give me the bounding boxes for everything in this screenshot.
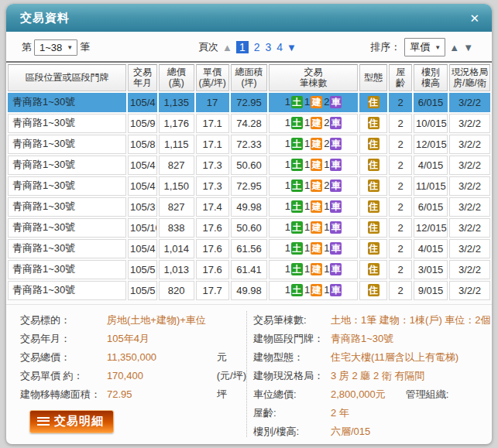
sort-asc-icon[interactable]: ▲ [449,43,459,53]
detail-button-label: 交易明細 [54,414,104,429]
record-suffix-label: 筆 [80,40,90,54]
land-badge: 土 [291,96,303,108]
land-badge: 土 [291,263,303,275]
cell-location: 青商路1~30號 [8,135,126,154]
residence-badge: 住 [368,284,380,296]
detail-unit: 坪 [217,385,227,404]
detail-label: 建物移轉總面積： [20,385,107,404]
cell-unit-price: 17 [196,93,229,112]
land-badge: 土 [291,200,303,213]
count-number: 1 [324,284,329,296]
cell-layout: 3/2/2 [449,176,490,196]
cell-total-price: 1,115 [159,135,194,154]
detail-unit: 元 [217,348,227,367]
cell-floor: 6/015 [414,197,448,217]
table-row[interactable]: 青商路1~30號105/41,1351772.951土1建2車住26/0153/… [8,93,490,112]
table-row[interactable]: 青商路1~30號105/41,01417.661.561土1建1車住24/015… [8,239,490,258]
cell-counts: 1土1建1車 [269,260,357,279]
sort-select[interactable]: 單價 ▼ [404,38,445,56]
detail-row: 樓別/樓高:六層/015 [253,422,498,441]
detail-right-column: 交易筆棟數:土地：1筆 建物：1棟(戶) 車位：2個建物區段門牌：青商路1~30… [246,311,498,437]
car-badge: 車 [330,138,342,150]
building-badge: 建 [311,263,322,275]
transaction-detail-button[interactable]: 交易明細 [29,410,114,433]
sort-desc-icon[interactable]: ▼ [463,43,473,53]
cell-total-price: 1,150 [159,176,194,196]
table-row[interactable]: 青商路1~30號105/41,15017.372.951土1建2車住211/01… [8,176,490,196]
detail-value: 11,350,000 [107,348,217,367]
count-number: 2 [324,96,329,108]
building-badge: 建 [311,180,322,192]
building-badge: 建 [311,159,322,171]
detail-row: 交易年月：105年4月 [20,330,246,348]
detail-value: 105年4月 [107,330,217,348]
cell-total-area: 50.60 [231,218,268,238]
table-row[interactable]: 青商路1~30號105/51,01317.661.411土1建1車住23/015… [8,260,490,279]
detail-row: 建物區段門牌：青商路1~30號 [253,330,498,348]
detail-value: 土地：1筆 建物：1棟(戶) 車位：2個 [331,311,491,330]
cell-total-price: 827 [159,156,194,175]
page-next-icon[interactable]: ▼ [287,43,297,53]
cell-total-area: 61.56 [231,239,268,258]
cell-floor: 6/015 [414,93,448,112]
cell-location: 青商路1~30號 [8,281,126,300]
count-number: 1 [285,200,290,212]
car-badge: 車 [330,180,342,192]
count-number: 1 [304,180,310,191]
table-row[interactable]: 青商路1~30號105/382717.449.981土1建1車住26/0153/… [8,197,490,217]
cell-year-month: 105/4 [128,156,157,175]
page-number-1[interactable]: 1 [236,41,249,53]
detail-value: 住宅大樓(11層含以上有電梯) [331,348,459,367]
page-number-3[interactable]: 3 [266,41,272,53]
detail-left-rows: 交易標的：房地(土地+建物)+車位交易年月：105年4月交易總價：11,350,… [20,311,246,404]
land-badge: 土 [291,117,303,129]
count-number: 1 [304,284,310,296]
cell-total-area: 74.28 [231,114,268,133]
cell-total-price: 1,013 [159,260,194,279]
cell-floor: 4/015 [414,239,448,258]
car-badge: 車 [330,242,342,255]
cell-layout: 3/2/2 [449,197,490,217]
residence-badge: 住 [368,96,380,108]
cell-counts: 1土1建1車 [269,197,357,217]
cell-floor: 11/015 [414,176,448,196]
page-prev-icon[interactable]: ▲ [222,43,232,53]
column-header: 總面積(坪) [231,64,268,91]
residence-badge: 住 [368,180,380,192]
table-row[interactable]: 青商路1~30號105/582017.749.981土1建1車住29/0153/… [8,281,490,300]
cell-total-area: 72.95 [231,93,268,112]
cell-layout: 3/2/2 [449,218,490,238]
table-row[interactable]: 青商路1~30號105/91,17617.174.281土1建2車住210/01… [8,114,490,133]
detail-value: 170,400 [107,367,217,385]
cell-location: 青商路1~30號 [8,156,126,175]
column-header: 樓別樓高 [414,64,448,91]
transaction-data-dialog: 交易資料 ✕ 第 1~38 ▼ 筆 頁次 ▲ 1234 ▼ 排序： 單價 ▼ ▲… [6,4,492,444]
cell-counts: 1土1建2車 [269,114,357,133]
cell-floor: 10/015 [414,114,448,133]
column-header: 交易年月 [128,64,157,91]
column-header: 交易筆棟數 [269,64,357,91]
residence-badge: 住 [368,138,380,150]
count-number: 1 [324,242,329,254]
detail-label: 屋齡: [253,404,331,422]
detail-label: 交易總價： [20,348,107,367]
cell-unit-price: 17.3 [196,176,229,196]
cell-type: 住 [359,93,388,112]
cell-type: 住 [359,281,388,300]
car-badge: 車 [330,284,342,296]
count-number: 1 [285,242,290,254]
close-icon[interactable]: ✕ [469,12,479,24]
table-row[interactable]: 青商路1~30號105/1083817.650.601土1建1車住212/015… [8,218,490,238]
page-number-4[interactable]: 4 [276,41,283,53]
table-row[interactable]: 青商路1~30號105/482717.350.601土1建1車住24/0153/… [8,156,490,175]
cell-floor: 4/015 [414,156,448,175]
table-row[interactable]: 青商路1~30號105/81,11517.172.331土1建2車住212/01… [8,135,490,154]
record-range-select[interactable]: 1~38 ▼ [34,39,77,56]
sort-label: 排序： [370,40,400,54]
record-range-value: 1~38 [39,42,62,53]
detail-panel: 交易標的：房地(土地+建物)+車位交易年月：105年4月交易總價：11,350,… [6,304,492,437]
cell-type: 住 [359,156,388,175]
detail-row: 交易總價：11,350,000元 [20,348,246,367]
cell-age: 2 [389,239,412,258]
page-number-2[interactable]: 2 [254,41,260,53]
